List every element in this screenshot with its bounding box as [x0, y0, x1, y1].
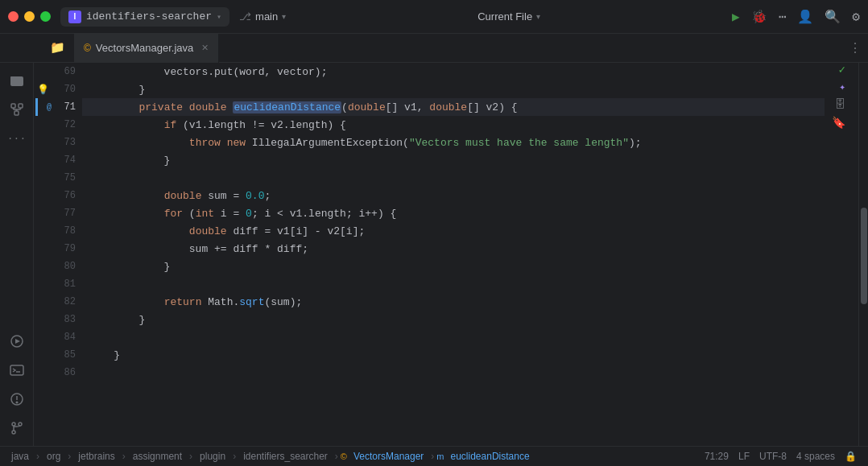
code-line-81 — [82, 275, 825, 293]
gutter-line-77: 77 — [34, 204, 82, 222]
svg-point-16 — [12, 423, 15, 426]
title-bar: I identifiers-searcher ▾ ⎇ main ▾ Curren… — [0, 0, 868, 34]
gutter-line-70: 💡 70 — [34, 80, 82, 98]
cursor-position[interactable]: 71:29 — [700, 451, 734, 462]
gutter-line-69: 69 — [34, 63, 82, 80]
branch-icon: ⎇ — [239, 10, 251, 23]
settings-icon[interactable]: ⚙ — [852, 9, 860, 25]
gutter-line-82: 82 — [34, 293, 82, 311]
minimize-button[interactable] — [24, 11, 35, 22]
gutter-line-72: 72 — [34, 116, 82, 134]
encoding[interactable]: UTF-8 — [754, 451, 792, 462]
svg-point-17 — [12, 431, 15, 434]
indent-setting[interactable]: 4 spaces — [792, 451, 840, 462]
tab-bar: 📁 © VectorsManager.java ✕ ⋮ — [0, 34, 868, 63]
gutter-line-86: 86 — [34, 364, 82, 381]
gutter-line-80: 80 — [34, 258, 82, 275]
lock-icon[interactable]: 🔒 — [840, 451, 862, 462]
project-selector[interactable]: I identifiers-searcher ▾ — [60, 7, 229, 27]
code-line-76: double sum = 0.0; — [82, 187, 825, 204]
vertical-scrollbar[interactable] — [858, 63, 868, 446]
title-center: Current File ▾ — [286, 10, 732, 23]
search-icon[interactable]: 🔍 — [825, 9, 841, 25]
left-sidebar: ··· — [0, 63, 34, 446]
svg-rect-3 — [19, 104, 23, 108]
code-line-72: if (v1.length != v2.length) { — [82, 116, 825, 134]
code-line-84 — [82, 328, 825, 346]
breadcrumb-jetbrains[interactable]: jetbrains — [73, 451, 119, 462]
more-actions-button[interactable]: ⋯ — [779, 9, 787, 25]
gutter-line-73: 73 — [34, 134, 82, 151]
status-bar: java › org › jetbrains › assignment › pl… — [0, 446, 868, 466]
svg-rect-1 — [10, 76, 16, 79]
main-content: ··· 69 💡 70 @ 71 72 73 74 75 76 — [0, 63, 868, 446]
run-button[interactable]: ▶ — [732, 9, 740, 25]
code-line-80: } — [82, 258, 825, 275]
sidebar-icon-git[interactable] — [4, 415, 30, 441]
sidebar-icon-more[interactable]: ··· — [4, 126, 30, 151]
gutter-line-71: @ 71 — [34, 98, 82, 116]
sidebar-icon-terminal[interactable] — [4, 357, 30, 383]
breadcrumb-org[interactable]: org — [42, 451, 65, 462]
account-icon[interactable]: 👤 — [797, 9, 813, 25]
breadcrumb-euclidean-distance[interactable]: euclideanDistance — [446, 451, 535, 462]
code-area: vectors.put(word, vector); } private dou… — [82, 63, 825, 381]
tab-name: VectorsManager.java — [96, 42, 193, 54]
gutter-line-75: 75 — [34, 169, 82, 187]
bookmark-icon[interactable]: 🔖 — [832, 116, 845, 130]
tab-more-button[interactable]: ⋮ — [849, 40, 868, 56]
scrollbar-thumb[interactable] — [861, 208, 867, 304]
code-line-79: sum += diff * diff; — [82, 240, 825, 258]
sidebar-icon-run[interactable] — [4, 328, 30, 354]
project-tree-toggle[interactable]: 📁 — [40, 40, 74, 56]
maximize-button[interactable] — [40, 11, 51, 22]
code-line-71: private double euclideanDistance(double[… — [82, 98, 825, 116]
right-gutter: ✓ ✦ 🗄 🔖 — [825, 63, 858, 446]
breadcrumb-assignment[interactable]: assignment — [128, 451, 187, 462]
ai-sparkle-icon[interactable]: ✦ — [839, 80, 845, 93]
line-number-gutter: 69 💡 70 @ 71 72 73 74 75 76 77 78 79 80 … — [34, 63, 82, 446]
code-line-73: throw new IllegalArgumentException("Vect… — [82, 134, 825, 151]
debug-icon[interactable]: 🐞 — [751, 9, 767, 25]
database-icon[interactable]: 🗄 — [834, 98, 845, 111]
breadcrumb-plugin[interactable]: plugin — [195, 451, 230, 462]
breadcrumb-vectors-manager[interactable]: VectorsManager — [349, 451, 428, 462]
gutter-line-74: 74 — [34, 151, 82, 169]
tab-vectorsmanager[interactable]: © VectorsManager.java ✕ — [74, 34, 219, 63]
gutter-line-85: 85 — [34, 346, 82, 364]
gutter-line-78: 78 — [34, 222, 82, 240]
svg-point-18 — [19, 423, 22, 426]
code-line-82: return Math.sqrt(sum); — [82, 293, 825, 311]
branch-selector[interactable]: ⎇ main ▾ — [239, 10, 286, 23]
sidebar-icon-warning[interactable] — [4, 386, 30, 412]
project-icon: I — [68, 10, 81, 23]
title-actions: ▶ 🐞 ⋯ 👤 🔍 ⚙ — [732, 9, 860, 25]
svg-rect-4 — [14, 111, 19, 115]
code-line-69: vectors.put(word, vector); — [82, 63, 825, 80]
current-file-selector[interactable]: Current File ▾ — [477, 10, 540, 23]
branch-name: main — [255, 10, 278, 23]
code-line-83: } — [82, 311, 825, 328]
line-ending[interactable]: LF — [734, 451, 754, 462]
breadcrumb-java[interactable]: java — [6, 451, 34, 462]
tab-java-icon: © — [84, 43, 91, 54]
close-button[interactable] — [8, 11, 19, 22]
code-editor[interactable]: vectors.put(word, vector); } private dou… — [82, 63, 825, 446]
checkmark-icon: ✓ — [839, 63, 845, 76]
svg-rect-11 — [10, 365, 23, 375]
code-line-78: double diff = v1[i] - v2[i]; — [82, 222, 825, 240]
sidebar-icon-structure[interactable] — [4, 97, 30, 122]
sidebar-icon-folder[interactable] — [4, 68, 30, 93]
traffic-lights — [8, 11, 51, 22]
gutter-line-83: 83 — [34, 311, 82, 328]
svg-point-15 — [16, 402, 18, 403]
code-line-70: } — [82, 80, 825, 98]
current-file-dropdown-icon: ▾ — [536, 12, 540, 21]
gutter-line-79: 79 — [34, 240, 82, 258]
breadcrumb-identifiers-searcher[interactable]: identifiers_searcher — [238, 451, 333, 462]
gutter-line-81: 81 — [34, 275, 82, 293]
gutter-line-76: 76 — [34, 187, 82, 204]
tab-close-button[interactable]: ✕ — [201, 43, 209, 53]
gutter-line-84: 84 — [34, 328, 82, 346]
project-name: identifiers-searcher — [86, 10, 212, 23]
